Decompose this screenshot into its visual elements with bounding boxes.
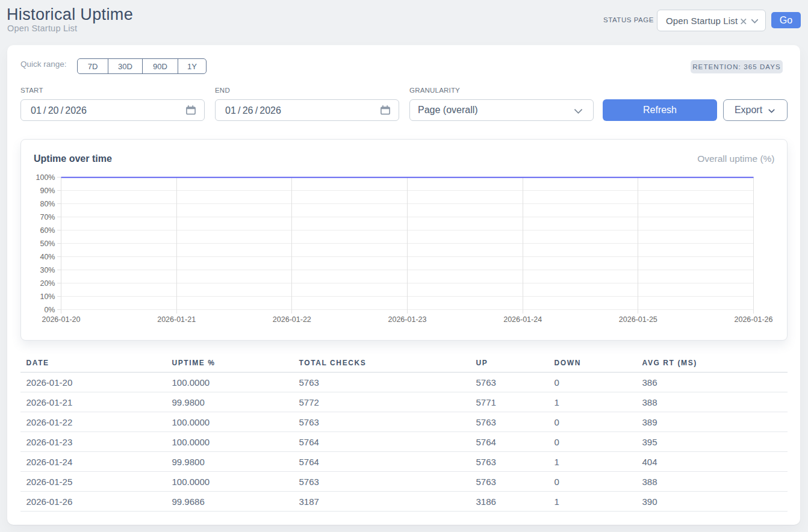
svg-text:2026-01-20: 2026-01-20 <box>42 315 81 324</box>
svg-text:30%: 30% <box>40 266 55 274</box>
svg-text:0%: 0% <box>44 306 55 314</box>
svg-text:90%: 90% <box>40 187 55 195</box>
svg-text:2026-01-21: 2026-01-21 <box>157 315 196 324</box>
svg-text:2026-01-25: 2026-01-25 <box>619 315 657 324</box>
svg-text:2026-01-23: 2026-01-23 <box>388 315 427 324</box>
svg-text:70%: 70% <box>40 213 55 221</box>
svg-text:2026-01-22: 2026-01-22 <box>273 315 311 324</box>
svg-text:2026-01-24: 2026-01-24 <box>503 315 542 324</box>
svg-text:20%: 20% <box>40 279 55 288</box>
svg-text:10%: 10% <box>40 292 55 301</box>
svg-text:50%: 50% <box>40 240 55 248</box>
svg-text:2026-01-26: 2026-01-26 <box>735 315 773 324</box>
svg-text:40%: 40% <box>40 253 55 261</box>
svg-text:60%: 60% <box>40 226 55 235</box>
svg-text:80%: 80% <box>40 200 55 208</box>
svg-text:100%: 100% <box>36 173 55 182</box>
